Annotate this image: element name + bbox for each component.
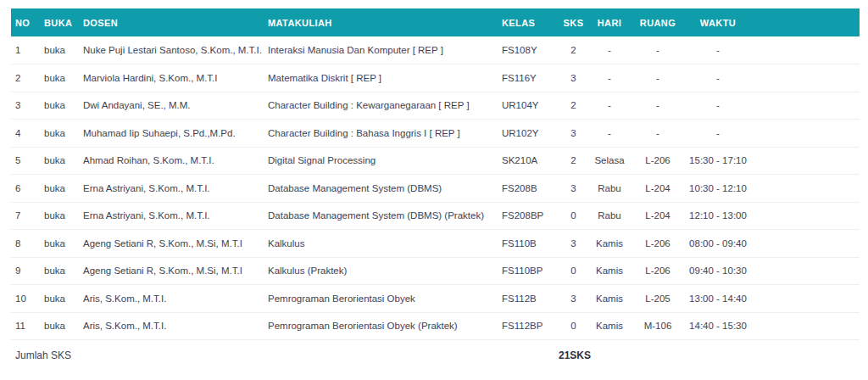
- kelas-cell: FS110BP: [498, 257, 559, 285]
- buka-link[interactable]: buka: [40, 257, 79, 285]
- row-spacer: [751, 202, 860, 230]
- sks-cell: 2: [559, 36, 588, 64]
- schedule-table-container: NOBUKADOSENMATAKULIAHKELASSKSHARIRUANGWA…: [11, 8, 860, 371]
- buka-link[interactable]: buka: [40, 285, 79, 313]
- footer-label: Jumlah SKS: [11, 340, 559, 371]
- hari-cell: Selasa: [588, 147, 631, 175]
- sks-cell: 3: [559, 285, 588, 313]
- dosen-cell: Ageng Setiani R, S.Kom., M.Si, M.T.I: [79, 257, 264, 285]
- dosen-cell: Erna Astriyani, S.Kom., M.T.I.: [79, 175, 264, 203]
- table-row: 11bukaAris, S.Kom., M.T.I.Pemrograman Be…: [11, 312, 860, 340]
- footer-total-sks: 21SKS: [559, 340, 588, 371]
- matakuliah-cell: Kalkulus: [264, 230, 498, 258]
- buka-link[interactable]: buka: [40, 120, 79, 148]
- buka-link[interactable]: buka: [40, 92, 79, 120]
- kelas-cell: FS208B: [498, 175, 559, 203]
- hari-cell: Kamis: [588, 312, 631, 340]
- matakuliah-cell: Interaksi Manusia Dan Komputer [ REP ]: [264, 36, 498, 64]
- table-row: 1bukaNuke Puji Lestari Santoso, S.Kom., …: [11, 36, 860, 64]
- table-row: 6bukaErna Astriyani, S.Kom., M.T.I.Datab…: [11, 175, 860, 203]
- kelas-cell: UR102Y: [498, 120, 559, 148]
- waktu-cell: 13:00 - 14:40: [685, 285, 751, 313]
- hari-cell: Rabu: [588, 202, 631, 230]
- kelas-cell: FS110B: [498, 230, 559, 258]
- hari-cell: -: [588, 92, 631, 120]
- matakuliah-cell: Pemrograman Berorientasi Obyek (Praktek): [264, 312, 498, 340]
- dosen-cell: Aris, S.Kom., M.T.I.: [79, 312, 264, 340]
- buka-link[interactable]: buka: [40, 36, 79, 64]
- hari-cell: -: [588, 64, 631, 92]
- waktu-cell: -: [685, 36, 751, 64]
- row-spacer: [751, 147, 860, 175]
- row-spacer: [751, 64, 860, 92]
- waktu-cell: 15:30 - 17:10: [685, 147, 751, 175]
- table-row: 5bukaAhmad Roihan, S.Kom., M.T.I.Digital…: [11, 147, 860, 175]
- kelas-cell: UR104Y: [498, 92, 559, 120]
- hari-cell: -: [588, 36, 631, 64]
- matakuliah-cell: Character Building : Bahasa Inggris I [ …: [264, 120, 498, 148]
- course-schedule-table: NOBUKADOSENMATAKULIAHKELASSKSHARIRUANGWA…: [11, 8, 860, 371]
- column-header-dosen: DOSEN: [79, 8, 264, 36]
- row-spacer: [751, 92, 860, 120]
- row-spacer: [751, 175, 860, 203]
- matakuliah-cell: Database Management System (DBMS) (Prakt…: [264, 202, 498, 230]
- matakuliah-cell: Character Building : Kewarganegaraan [ R…: [264, 92, 498, 120]
- sks-cell: 0: [559, 312, 588, 340]
- dosen-cell: Muhamad Iip Suhaepi, S.Pd.,M.Pd.: [79, 120, 264, 148]
- no-cell: 7: [11, 202, 40, 230]
- hari-cell: Kamis: [588, 257, 631, 285]
- waktu-cell: 09:40 - 10:30: [685, 257, 751, 285]
- waktu-cell: 12:10 - 13:00: [685, 202, 751, 230]
- dosen-cell: Marviola Hardini, S.Kom., M.T.I: [79, 64, 264, 92]
- sks-cell: 3: [559, 230, 588, 258]
- ruang-cell: L-205: [631, 285, 685, 313]
- row-spacer: [751, 312, 860, 340]
- no-cell: 4: [11, 120, 40, 148]
- buka-link[interactable]: buka: [40, 175, 79, 203]
- table-header-row: NOBUKADOSENMATAKULIAHKELASSKSHARIRUANGWA…: [11, 8, 860, 36]
- ruang-cell: -: [631, 64, 685, 92]
- dosen-cell: Dwi Andayani, SE., M.M.: [79, 92, 264, 120]
- dosen-cell: Erna Astriyani, S.Kom., M.T.I.: [79, 202, 264, 230]
- sks-cell: 2: [559, 92, 588, 120]
- ruang-cell: L-206: [631, 230, 685, 258]
- column-header-kelas: KELAS: [498, 8, 559, 36]
- waktu-cell: 14:40 - 15:30: [685, 312, 751, 340]
- no-cell: 10: [11, 285, 40, 313]
- buka-link[interactable]: buka: [40, 312, 79, 340]
- kelas-cell: SK210A: [498, 147, 559, 175]
- sks-cell: 2: [559, 147, 588, 175]
- footer-spacer: [588, 340, 860, 371]
- row-spacer: [751, 120, 860, 148]
- table-body: 1bukaNuke Puji Lestari Santoso, S.Kom., …: [11, 36, 860, 340]
- table-row: 10bukaAris, S.Kom., M.T.I.Pemrograman Be…: [11, 285, 860, 313]
- sks-cell: 3: [559, 64, 588, 92]
- ruang-cell: L-204: [631, 175, 685, 203]
- matakuliah-cell: Pemrograman Berorientasi Obyek: [264, 285, 498, 313]
- waktu-cell: 10:30 - 12:10: [685, 175, 751, 203]
- waktu-cell: 08:00 - 09:40: [685, 230, 751, 258]
- column-header-buka: BUKA: [40, 8, 79, 36]
- buka-link[interactable]: buka: [40, 230, 79, 258]
- table-row: 7bukaErna Astriyani, S.Kom., M.T.I.Datab…: [11, 202, 860, 230]
- buka-link[interactable]: buka: [40, 202, 79, 230]
- kelas-cell: FS116Y: [498, 64, 559, 92]
- matakuliah-cell: Matematika Diskrit [ REP ]: [264, 64, 498, 92]
- column-header-matakuliah: MATAKULIAH: [264, 8, 498, 36]
- no-cell: 8: [11, 230, 40, 258]
- hari-cell: Kamis: [588, 230, 631, 258]
- table-footer-row: Jumlah SKS 21SKS: [11, 340, 860, 371]
- buka-link[interactable]: buka: [40, 147, 79, 175]
- ruang-cell: -: [631, 36, 685, 64]
- row-spacer: [751, 285, 860, 313]
- buka-link[interactable]: buka: [40, 64, 79, 92]
- no-cell: 5: [11, 147, 40, 175]
- sks-cell: 0: [559, 257, 588, 285]
- kelas-cell: FS112B: [498, 285, 559, 313]
- row-spacer: [751, 36, 860, 64]
- no-cell: 1: [11, 36, 40, 64]
- ruang-cell: L-206: [631, 147, 685, 175]
- table-row: 2bukaMarviola Hardini, S.Kom., M.T.IMate…: [11, 64, 860, 92]
- waktu-cell: -: [685, 64, 751, 92]
- column-header-sks: SKS: [559, 8, 588, 36]
